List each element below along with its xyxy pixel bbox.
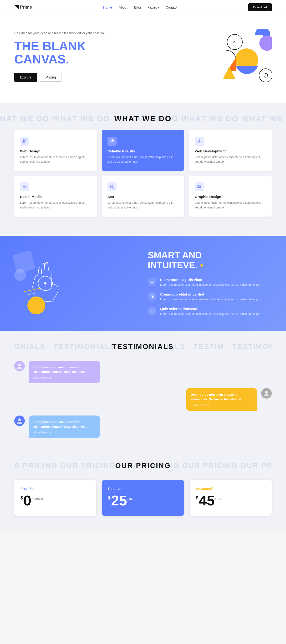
- smart-feature-1-desc: Lorem ipsum dolor sit amet, consectetur …: [160, 283, 261, 287]
- svg-point-30: [44, 282, 46, 284]
- pricing-marquee: R PRICING OUR PRICING OUR PRICING OUR PR…: [14, 460, 272, 472]
- svg-line-24: [113, 188, 114, 189]
- advanced-dollar: $: [196, 496, 198, 500]
- popular-amount: 25: [111, 494, 127, 508]
- hero-title: THE BLANK CANVAS.: [14, 40, 105, 66]
- hero-shapes-svg: ↗: [217, 29, 272, 84]
- service-social-media: Social Media Lorem ipsum dolor amet, con…: [14, 176, 97, 216]
- smart-feature-2: ◑ Commodo elitat imperdiet Lorem ipsum d…: [148, 292, 272, 302]
- hero-section: Designed for your Ideas and makes the bl…: [0, 14, 286, 103]
- svg-text:↗: ↗: [232, 40, 236, 44]
- svg-point-17: [197, 141, 198, 142]
- testimonial-author-3: Alissa Peterson: [33, 431, 95, 434]
- smart-feature-1: ≡ Elementum sagittis vitae Lorem ipsum d…: [148, 278, 272, 287]
- nav-contact[interactable]: Contact: [166, 6, 177, 9]
- social-media-desc: Lorem ipsum dolor amet, consectetur adip…: [20, 200, 91, 210]
- svg-point-21: [24, 187, 25, 188]
- smart-title: SMART AND INTUITEVE. •: [148, 250, 272, 270]
- pricing-grid: Free Plan $ 0 / forever Popular $ 25 / m…: [14, 480, 272, 516]
- svg-point-34: [265, 391, 268, 394]
- services-container: Web Design Lorem ipsum dolor amet, conse…: [0, 130, 286, 231]
- smart-feature-3-text: Quis veleros donecac Lorem ipsum dolor s…: [160, 307, 261, 316]
- graphic-design-icon: [195, 182, 204, 191]
- testimonial-text-1: Dolor purus non enim praesent elementum.…: [33, 365, 95, 374]
- smart-feature-3-desc: Lorem ipsum dolor sit amet, consectetur …: [160, 312, 261, 316]
- graphic-design-title: Graphic Design: [195, 195, 266, 199]
- testimonial-row-1: Dolor purus non enim praesent elementum.…: [14, 361, 272, 383]
- logo-icon: [14, 5, 18, 10]
- pricing-button[interactable]: Pricing: [40, 73, 61, 82]
- navbar: Prime Home About Blog Pages ▾ Contact Do…: [0, 0, 286, 14]
- smart-feature-2-title: Commodo elitat imperdiet: [160, 292, 261, 296]
- svg-point-11: [22, 141, 25, 143]
- nav-home[interactable]: Home: [103, 6, 112, 10]
- seo-desc: Lorem ipsum dolor amet, consectetur adip…: [107, 200, 179, 210]
- testimonial-avatar-2: [261, 388, 272, 398]
- logo[interactable]: Prime: [14, 5, 32, 10]
- web-design-title: Web Design: [20, 149, 91, 153]
- testimonials-section: ONIALS TESTIMONIALS TESTIMONIALS TESTIM …: [0, 331, 286, 455]
- smart-feature-3-title: Quis veleros donecac: [160, 307, 261, 311]
- svg-rect-12: [24, 139, 26, 142]
- testimonial-text-3: Dolor purus non enim praesent elementum.…: [33, 420, 95, 429]
- svg-line-32: [25, 294, 34, 295]
- seo-icon: [107, 182, 117, 191]
- hero-subtitle: Designed for your Ideas and makes the bl…: [14, 31, 105, 36]
- advanced-plan-price: $ 45 / mo: [196, 494, 266, 508]
- web-design-desc: Lorem ipsum dolor amet, consectetur adip…: [20, 155, 91, 164]
- smart-feature-3-icon: ♡: [148, 307, 156, 315]
- nav-links: Home About Blog Pages ▾ Contact: [103, 5, 177, 10]
- social-media-title: Social Media: [20, 195, 91, 199]
- testimonial-text-2: Dolor purus non enim praesent elementum.…: [191, 392, 253, 402]
- pricing-card-advanced: Advanced $ 45 / mo: [190, 480, 272, 516]
- smart-yellow-circle: [27, 296, 45, 314]
- social-media-icon: [20, 182, 29, 191]
- free-period: / forever: [32, 497, 43, 500]
- testimonial-bubble-2: Dolor purus non enim praesent elementum.…: [186, 388, 257, 411]
- popular-period: / mo: [127, 497, 133, 500]
- hand-svg: [21, 255, 69, 307]
- reliable-results-desc: Lorem ipsum dolor amet, consectetur adip…: [107, 155, 179, 164]
- popular-plan-price: $ 25 / mo: [108, 494, 178, 508]
- nav-about[interactable]: About: [119, 6, 127, 9]
- free-dollar: $: [20, 496, 23, 500]
- smart-section: SMART AND INTUITEVE. • ≡ Elementum sagit…: [0, 236, 286, 331]
- svg-point-16: [200, 141, 201, 142]
- advanced-period: / mo: [215, 497, 221, 500]
- what-we-do-title: WHAT WE DO: [114, 114, 172, 123]
- smart-feature-1-text: Elementum sagittis vitae Lorem ipsum dol…: [160, 278, 261, 287]
- service-reliable-results: Reliable Results Lorem ipsum dolor amet,…: [102, 130, 185, 171]
- popular-plan-name: Popular: [108, 487, 178, 491]
- svg-point-9: [259, 69, 272, 82]
- testimonials-marquee: ONIALS TESTIMONIALS TESTIMONIALS TESTIM …: [14, 340, 272, 354]
- svg-point-22: [25, 187, 26, 188]
- web-development-desc: Lorem ipsum dolor amet, consectetur adip…: [195, 155, 266, 164]
- svg-point-15: [199, 139, 200, 140]
- svg-point-14: [199, 140, 200, 142]
- web-development-title: Web Development: [195, 149, 266, 153]
- testimonial-author-2: Klissa Peterson: [191, 404, 253, 406]
- services-grid: Web Design Lorem ipsum dolor amet, conse…: [14, 130, 272, 216]
- smart-feature-2-desc: Lorem ipsum dolor sit amet, consectetur …: [160, 297, 261, 302]
- advanced-plan-name: Advanced: [196, 487, 266, 491]
- graphic-design-desc: Lorem ipsum dolor amet, consectetur adip…: [195, 200, 266, 210]
- service-web-development: Web Development Lorem ipsum dolor amet, …: [189, 130, 272, 171]
- reliable-results-title: Reliable Results: [107, 149, 179, 153]
- hero-text: Designed for your Ideas and makes the bl…: [14, 31, 105, 82]
- service-graphic-design: Graphic Design Lorem ipsum dolor amet, c…: [189, 176, 272, 216]
- svg-point-25: [111, 186, 112, 187]
- nav-blog[interactable]: Blog: [134, 6, 141, 9]
- testimonial-avatar-1: [14, 361, 25, 371]
- free-plan-price: $ 0 / forever: [20, 494, 90, 508]
- download-button[interactable]: Download: [248, 3, 272, 11]
- testimonial-bubble-1: Dolor purus non enim praesent elementum.…: [28, 361, 100, 383]
- testimonial-avatar-3: [14, 416, 25, 426]
- service-seo: Seo Lorem ipsum dolor amet, consectetur …: [102, 176, 185, 216]
- testimonial-row-2: Dolor purus non enim praesent elementum.…: [14, 388, 272, 411]
- reliable-results-icon: [107, 137, 117, 146]
- explore-button[interactable]: Explore: [14, 73, 37, 82]
- svg-point-27: [198, 185, 199, 186]
- nav-pages[interactable]: Pages ▾: [148, 6, 159, 9]
- web-design-icon: [20, 137, 29, 146]
- smart-feature-1-title: Elementum sagittis vitae: [160, 278, 261, 282]
